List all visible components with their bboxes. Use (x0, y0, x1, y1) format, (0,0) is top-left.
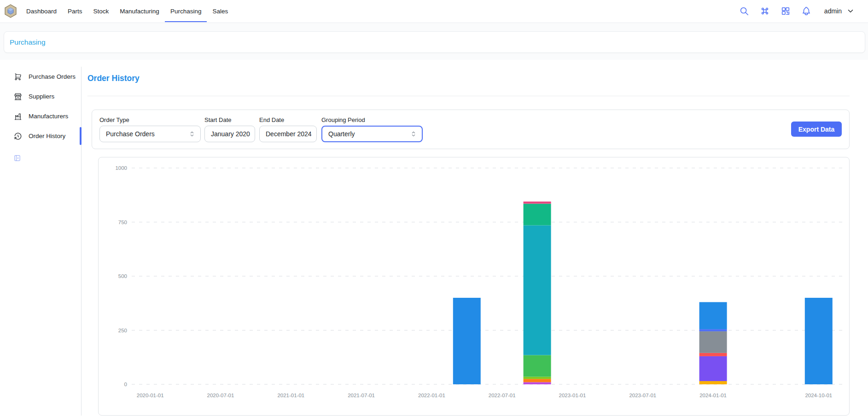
sidebar: Purchase Orders Suppliers Manufacturers … (0, 67, 81, 146)
svg-text:2020-01-01: 2020-01-01 (137, 393, 164, 398)
svg-text:2023-01-01: 2023-01-01 (559, 393, 586, 398)
section-heading: Order History (87, 74, 140, 83)
main-content: Order History Order Type Purchase Orders… (82, 60, 864, 417)
tab-manufacturing[interactable]: Manufacturing (114, 0, 165, 22)
app-root: Dashboard Parts Stock Manufacturing Purc… (0, 0, 868, 417)
app-logo-icon[interactable] (4, 4, 17, 18)
history-icon (14, 132, 22, 140)
username-label: admin (824, 7, 842, 15)
shopping-cart-icon (14, 73, 22, 81)
svg-text:1000: 1000 (115, 165, 127, 171)
tab-sales[interactable]: Sales (207, 0, 233, 22)
heading-divider (87, 96, 850, 96)
grouping-period-group: Grouping Period Quarterly (321, 116, 423, 142)
breadcrumb-strip: Purchasing (0, 23, 868, 60)
sidebar-item-purchase-orders[interactable]: Purchase Orders (0, 67, 81, 87)
svg-text:0: 0 (124, 382, 127, 387)
tab-purchasing[interactable]: Purchasing (165, 0, 207, 22)
main-navbar: Dashboard Parts Stock Manufacturing Purc… (0, 0, 868, 23)
start-date-group: Start Date January 2020 (204, 116, 255, 142)
stacked-bar-chart: 025050075010002020-01-012020-07-012021-0… (99, 157, 849, 415)
sidebar-collapse-icon[interactable] (13, 154, 21, 162)
building-factory-icon (14, 112, 22, 121)
user-menu[interactable]: admin (821, 6, 857, 16)
order-history-chart: 025050075010002020-01-012020-07-012021-0… (98, 157, 850, 416)
selector-icon (410, 130, 417, 138)
order-type-select[interactable]: Purchase Orders (99, 126, 201, 142)
svg-text:2022-01-01: 2022-01-01 (418, 393, 445, 398)
sidebar-item-order-history[interactable]: Order History (0, 126, 81, 146)
svg-text:500: 500 (118, 273, 127, 279)
tab-parts[interactable]: Parts (62, 0, 88, 22)
building-store-icon (14, 93, 22, 101)
end-date-label: End Date (259, 116, 317, 123)
search-icon[interactable] (739, 6, 750, 17)
filter-panel: Order Type Purchase Orders Start Date Ja… (92, 110, 850, 149)
order-type-label: Order Type (99, 116, 201, 123)
export-data-button[interactable]: Export Data (791, 122, 842, 137)
tab-dashboard[interactable]: Dashboard (21, 0, 62, 22)
selector-icon (188, 130, 196, 138)
breadcrumb: Purchasing (4, 31, 865, 53)
command-icon[interactable] (759, 6, 770, 17)
start-date-input[interactable]: January 2020 (204, 126, 255, 142)
end-date-input[interactable]: December 2024 (259, 126, 317, 142)
svg-text:2024-10-01: 2024-10-01 (805, 393, 832, 398)
bell-icon[interactable] (801, 6, 812, 17)
navbar-actions: admin (739, 0, 857, 22)
grouping-period-label: Grouping Period (321, 116, 423, 123)
svg-text:250: 250 (118, 328, 127, 333)
svg-text:2020-07-01: 2020-07-01 (207, 393, 234, 398)
start-date-label: Start Date (204, 116, 255, 123)
qr-scan-icon[interactable] (780, 6, 791, 17)
sidebar-item-suppliers[interactable]: Suppliers (0, 87, 81, 106)
svg-text:2023-07-01: 2023-07-01 (629, 393, 656, 398)
end-date-group: End Date December 2024 (259, 116, 317, 142)
page-title[interactable]: Purchasing (10, 38, 46, 46)
chevron-down-icon (846, 7, 855, 15)
grouping-period-select[interactable]: Quarterly (321, 126, 423, 142)
sidebar-item-manufacturers[interactable]: Manufacturers (0, 106, 81, 126)
svg-text:2021-07-01: 2021-07-01 (348, 393, 375, 398)
workspace: Purchase Orders Suppliers Manufacturers … (0, 60, 868, 417)
svg-text:2021-01-01: 2021-01-01 (277, 393, 304, 398)
svg-text:2022-07-01: 2022-07-01 (489, 393, 516, 398)
svg-text:2024-01-01: 2024-01-01 (699, 393, 727, 398)
svg-text:750: 750 (118, 220, 127, 225)
order-type-group: Order Type Purchase Orders (99, 116, 201, 142)
tab-stock[interactable]: Stock (88, 0, 115, 22)
nav-tabs: Dashboard Parts Stock Manufacturing Purc… (21, 0, 233, 22)
